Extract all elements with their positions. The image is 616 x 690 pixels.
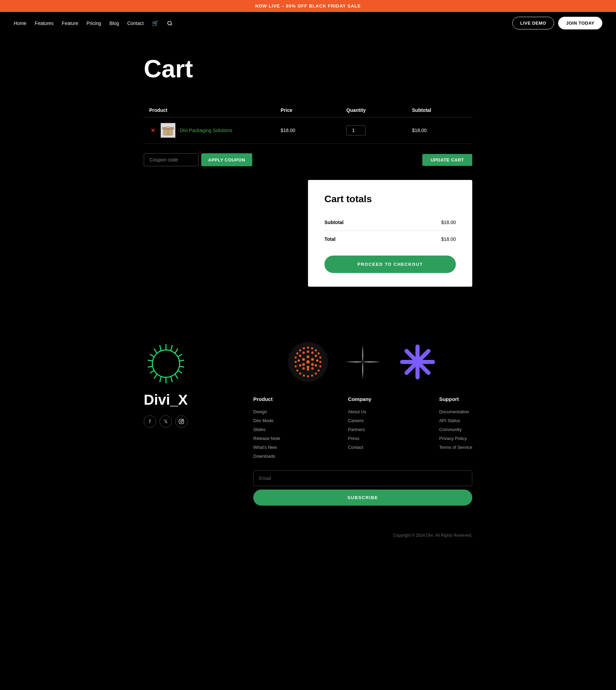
- svg-line-23: [154, 349, 157, 353]
- join-today-button[interactable]: JOIN TODAY: [558, 17, 602, 29]
- svg-point-51: [318, 352, 320, 354]
- footer-col-company: Company About Us Careers Partners Press …: [348, 396, 371, 461]
- social-facebook[interactable]: f: [144, 415, 156, 428]
- footer-col-product: Product Design Dev Mode Slides Release N…: [253, 396, 280, 461]
- svg-point-27: [182, 420, 183, 420]
- nav-pricing[interactable]: Pricing: [87, 21, 101, 26]
- svg-line-1: [171, 24, 172, 25]
- nav-features[interactable]: Features: [35, 21, 53, 26]
- svg-point-29: [306, 360, 310, 364]
- footer-link-downloads[interactable]: Downloads: [253, 452, 280, 461]
- footer-col-company-title: Company: [348, 396, 371, 402]
- subscribe-button[interactable]: SUBSCRIBE: [253, 490, 472, 506]
- footer-link-terms[interactable]: Terms of Service: [439, 443, 472, 452]
- svg-point-47: [303, 352, 305, 354]
- svg-point-32: [311, 363, 314, 366]
- footer-link-about[interactable]: About Us: [348, 407, 371, 416]
- footer-logo-icon: [144, 341, 188, 386]
- footer-copyright: Copyright © 2024 Divi. All Rights Reserv…: [130, 533, 486, 551]
- svg-point-57: [311, 375, 313, 377]
- col-price: Price: [275, 103, 341, 117]
- footer-subscribe: SUBSCRIBE: [253, 470, 472, 506]
- subtotal-value: $18.00: [441, 220, 456, 225]
- svg-point-40: [315, 364, 317, 367]
- coupon-input[interactable]: [144, 153, 198, 166]
- svg-point-44: [299, 364, 301, 367]
- product-price: $18.00: [275, 117, 341, 144]
- svg-line-12: [179, 366, 184, 367]
- svg-point-64: [295, 356, 297, 359]
- footer-top: Divi_X f 𝕏: [144, 341, 472, 506]
- svg-point-55: [318, 369, 320, 372]
- svg-point-38: [315, 355, 317, 357]
- footer-link-slides[interactable]: Slides: [253, 425, 280, 434]
- nav-home[interactable]: Home: [14, 21, 26, 26]
- svg-point-41: [311, 367, 314, 370]
- nav-blog[interactable]: Blog: [110, 21, 119, 26]
- svg-point-33: [307, 366, 309, 368]
- social-instagram[interactable]: [175, 415, 188, 428]
- footer-link-devmode[interactable]: Dev Mode: [253, 416, 280, 425]
- svg-point-54: [319, 365, 321, 367]
- subtotal-row: Subtotal $18.00: [324, 214, 456, 231]
- footer-link-partners[interactable]: Partners: [348, 425, 371, 434]
- svg-point-56: [315, 373, 317, 375]
- svg-point-36: [307, 351, 309, 353]
- svg-rect-5: [166, 127, 170, 128]
- svg-line-24: [160, 346, 161, 351]
- search-icon[interactable]: [167, 21, 172, 26]
- svg-line-9: [175, 349, 178, 353]
- product-subtotal: $18.00: [407, 117, 472, 144]
- svg-point-34: [302, 363, 305, 366]
- svg-point-35: [302, 358, 305, 361]
- svg-line-19: [150, 370, 154, 373]
- cart-icon[interactable]: 🛒: [152, 20, 159, 26]
- footer-col-support: Support Documentation API Status Communi…: [439, 396, 472, 461]
- live-demo-button[interactable]: LIVE DEMO: [512, 17, 554, 29]
- nav-contact[interactable]: Contact: [127, 21, 144, 26]
- footer-link-careers[interactable]: Careers: [348, 416, 371, 425]
- svg-point-52: [319, 356, 321, 359]
- checkout-button[interactable]: PROCEED TO CHECKOUT: [324, 256, 456, 273]
- product-cell: ✕ Divi Packaging Solutions: [149, 123, 270, 138]
- footer-right: Product Design Dev Mode Slides Release N…: [253, 341, 472, 506]
- svg-point-65: [296, 352, 298, 354]
- svg-point-50: [315, 349, 317, 351]
- col-quantity: Quantity: [341, 103, 407, 117]
- col-subtotal: Subtotal: [407, 103, 472, 117]
- cart-table: Product Price Quantity Subtotal ✕: [144, 103, 472, 144]
- update-cart-button[interactable]: UPDATE CART: [422, 154, 472, 166]
- footer-link-design[interactable]: Design: [253, 407, 280, 416]
- svg-point-58: [307, 375, 309, 377]
- footer-link-whatsnew[interactable]: What's New: [253, 443, 280, 452]
- cart-totals: Cart totals Subtotal $18.00 Total $18.00…: [308, 180, 472, 287]
- partner-logo-1: [287, 341, 329, 382]
- product-name-link[interactable]: Divi Packaging Solutions: [180, 128, 232, 133]
- svg-line-22: [150, 354, 154, 357]
- footer-link-press[interactable]: Press: [348, 434, 371, 443]
- email-input[interactable]: [253, 470, 472, 486]
- footer-link-docs[interactable]: Documentation: [439, 407, 472, 416]
- quantity-input[interactable]: [346, 125, 365, 135]
- banner-text: NOW LIVE – 80% OFF BLACK FRIDAY SALE: [255, 3, 361, 9]
- cart-totals-title: Cart totals: [324, 194, 456, 205]
- svg-point-48: [307, 347, 309, 349]
- svg-line-20: [148, 366, 153, 367]
- footer-link-api[interactable]: API Status: [439, 416, 472, 425]
- footer-link-contact[interactable]: Contact: [348, 443, 371, 452]
- footer-link-release[interactable]: Release Note: [253, 434, 280, 443]
- footer-col-support-title: Support: [439, 396, 472, 402]
- nav-feature[interactable]: Feature: [62, 21, 78, 26]
- page-content: Cart Product Price Quantity Subtotal ✕: [130, 34, 486, 314]
- footer-link-community[interactable]: Community: [439, 425, 472, 434]
- social-x[interactable]: 𝕏: [159, 415, 172, 428]
- apply-coupon-button[interactable]: APPLY COUPON: [201, 153, 252, 166]
- svg-point-66: [299, 349, 301, 351]
- svg-point-60: [299, 373, 301, 375]
- total-label: Total: [324, 236, 335, 242]
- footer-link-privacy[interactable]: Privacy Policy: [439, 434, 472, 443]
- svg-point-6: [152, 350, 180, 377]
- footer-col-product-title: Product: [253, 396, 280, 402]
- partner-logo-3: [397, 341, 438, 382]
- remove-item-button[interactable]: ✕: [149, 127, 156, 134]
